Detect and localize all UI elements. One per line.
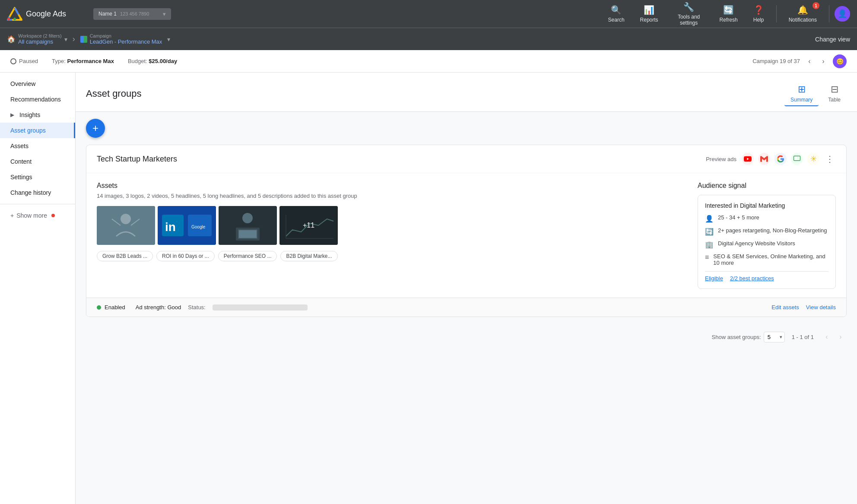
overlay-count: +11	[303, 222, 314, 229]
user-avatar[interactable]: 👤	[835, 6, 850, 22]
change-view-button[interactable]: Change view	[815, 36, 850, 43]
page-size-dropdown[interactable]: 5 10 25	[764, 332, 785, 342]
summary-view-button[interactable]: ⊞ Summary	[784, 81, 819, 106]
tools-label: Tools and settings	[674, 14, 704, 26]
assets-title: Assets	[97, 182, 684, 190]
prev-page-button[interactable]: ‹	[821, 331, 833, 343]
search-nav-item[interactable]: 🔍 Search	[601, 1, 632, 26]
campaign-nav-buttons: ‹ ›	[803, 55, 829, 67]
next-campaign-button[interactable]: ›	[817, 55, 829, 67]
best-practices-link[interactable]: 2/2 best practices	[730, 275, 774, 282]
add-button-area: +	[76, 112, 857, 145]
budget-label: Budget:	[128, 58, 147, 64]
breadcrumb-separator: ›	[73, 35, 75, 44]
refresh-nav-item[interactable]: 🔄 Refresh	[713, 1, 745, 26]
page-info: 1 - 1 of 1	[792, 334, 814, 340]
sidebar-item-change-history[interactable]: Change history	[0, 185, 75, 200]
view-details-button[interactable]: View details	[806, 304, 836, 311]
sidebar-item-asset-groups[interactable]: Asset groups	[0, 123, 75, 138]
google-platform-icon[interactable]	[774, 153, 787, 165]
recommendations-label: Recommendations	[10, 96, 61, 103]
sidebar-divider	[0, 204, 75, 204]
image-overlay-4: +11	[279, 206, 338, 245]
sidebar-item-assets[interactable]: Assets	[0, 138, 75, 154]
edit-assets-button[interactable]: Edit assets	[771, 304, 799, 311]
asset-image-4[interactable]: +11	[279, 206, 338, 245]
asset-image-2[interactable]: in Google	[158, 206, 216, 245]
campaign-label: Campaign	[90, 33, 162, 38]
assets-label: Assets	[10, 143, 29, 149]
audience-people-icon: 👤	[705, 215, 714, 223]
tools-nav-item[interactable]: 🔧 Tools and settings	[667, 0, 711, 29]
campaign-indicator-icon	[80, 36, 87, 43]
campaign-counter: Campaign 19 of 37 ‹ › 😊	[752, 54, 847, 68]
reports-nav-item[interactable]: 📊 Reports	[633, 1, 665, 26]
help-nav-item[interactable]: ❓ Help	[746, 1, 771, 26]
page-size-wrapper: 5 10 25	[764, 332, 785, 342]
svg-point-3	[7, 18, 10, 20]
headline-tag-2[interactable]: ROI in 60 Days or ...	[156, 251, 215, 261]
nav-divider	[776, 5, 777, 22]
youtube-platform-icon[interactable]	[742, 153, 754, 165]
audience-card: Interested in Digital Marketing 👤 25 - 3…	[698, 195, 836, 289]
logo-text: Google Ads	[26, 10, 66, 19]
gmail-platform-icon[interactable]	[758, 153, 770, 165]
audience-row-3: 🏢 Digital Agency Website Visitors	[705, 240, 828, 249]
logo-area: Google Ads	[7, 6, 93, 22]
audience-name: Interested in Digital Marketing	[705, 202, 828, 209]
headline-tag-3[interactable]: Performance SEO ...	[218, 251, 277, 261]
sidebar-item-overview[interactable]: Overview	[0, 76, 75, 92]
search-icon: 🔍	[611, 5, 622, 15]
eligible-link[interactable]: Eligible	[705, 275, 723, 282]
account-name: Name 1	[98, 11, 117, 17]
search-label: Search	[608, 17, 625, 23]
add-asset-group-button[interactable]: +	[86, 119, 105, 138]
sidebar-item-recommendations[interactable]: Recommendations	[0, 92, 75, 107]
reports-icon: 📊	[644, 5, 654, 15]
svg-text:in: in	[165, 220, 176, 234]
view-toggle: ⊞ Summary ⊟ Table	[784, 81, 847, 106]
account-dropdown-icon: ▾	[163, 11, 166, 17]
paused-status-icon	[10, 58, 16, 64]
page-size-select: Show asset groups: 5 10 25	[712, 332, 785, 342]
notifications-label: Notifications	[789, 17, 817, 23]
workspace-breadcrumb[interactable]: 🏠 Workspace (2 filters) All campaigns ▾	[7, 33, 67, 45]
type-label: Type:	[52, 58, 66, 64]
svg-point-2	[13, 18, 16, 20]
campaign-dropdown-icon: ▾	[167, 36, 170, 43]
sidebar-item-content[interactable]: Content	[0, 154, 75, 169]
asset-image-1[interactable]	[97, 206, 155, 245]
table-view-button[interactable]: ⊟ Table	[822, 81, 847, 106]
headline-tag-1[interactable]: Grow B2B Leads ...	[97, 251, 153, 261]
headline-tag-4[interactable]: B2B Digital Marke...	[280, 251, 337, 261]
audience-row-1: 👤 25 - 34 + 5 more	[705, 214, 828, 223]
google-ads-logo-icon	[7, 6, 22, 22]
show-more-item[interactable]: + Show more	[0, 208, 75, 223]
svg-rect-6	[84, 36, 87, 43]
campaign-value[interactable]: LeadGen - Performance Max	[90, 38, 162, 45]
sidebar-item-settings[interactable]: Settings	[0, 169, 75, 185]
image-grid: in Google	[97, 206, 684, 245]
help-label: Help	[753, 17, 764, 23]
workspace-value[interactable]: All campaigns	[18, 38, 62, 45]
preview-ads-section: Preview ads	[706, 152, 836, 166]
tools-icon: 🔧	[683, 2, 694, 12]
discover-platform-icon[interactable]: ✳	[807, 153, 819, 165]
svg-point-18	[242, 213, 253, 223]
display-platform-icon[interactable]	[791, 153, 803, 165]
insights-arrow-icon: ▶	[10, 112, 14, 118]
budget-value: $25.00/day	[149, 58, 177, 64]
account-selector[interactable]: Name 1 123 456 7890 ▾	[93, 8, 171, 20]
campaign-status: Paused	[10, 58, 38, 64]
more-options-button[interactable]: ⋮	[824, 152, 836, 166]
content-area: Asset groups ⊞ Summary ⊟ Table + Tech St…	[76, 73, 857, 504]
next-page-button[interactable]: ›	[835, 331, 847, 343]
status-label: Status:	[188, 304, 205, 311]
campaign-breadcrumb[interactable]: Campaign LeadGen - Performance Max ▾	[80, 33, 171, 45]
audience-website-text: Digital Agency Website Visitors	[718, 240, 795, 247]
prev-campaign-button[interactable]: ‹	[803, 55, 816, 67]
summary-label: Summary	[790, 97, 813, 103]
asset-image-3[interactable]	[219, 206, 277, 245]
sidebar-item-insights[interactable]: ▶ Insights	[0, 107, 75, 123]
notifications-nav-item[interactable]: 🔔 1 Notifications	[782, 1, 824, 26]
